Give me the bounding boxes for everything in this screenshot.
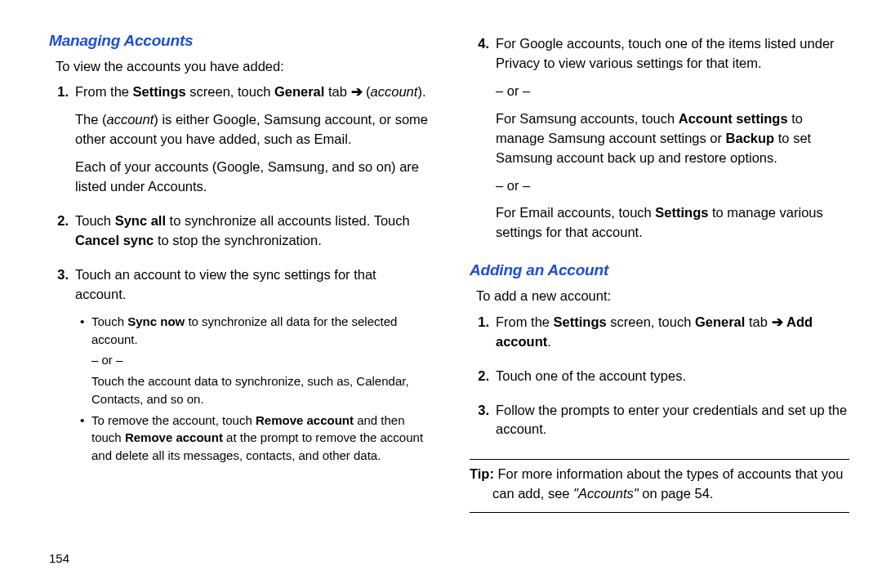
step-4-google: For Google accounts, touch one of the it…	[496, 34, 849, 74]
page-number: 154	[49, 551, 69, 565]
step-body: Touch Sync all to synchronize all accoun…	[75, 212, 429, 259]
tip-line-1: Tip: For more information about the type…	[470, 465, 849, 484]
left-column: Managing Accounts To view the accounts y…	[49, 29, 429, 513]
steps-adding: 1. From the Settings screen, touch Gener…	[470, 313, 849, 448]
step-number: 2.	[49, 212, 75, 259]
or-divider: – or –	[496, 176, 849, 196]
intro-text: To view the accounts you have added:	[56, 57, 429, 77]
step-body: Touch an account to view the sync settin…	[75, 265, 429, 465]
step-3-text: Touch an account to view the sync settin…	[75, 265, 429, 305]
step-3: 3. Touch an account to view the sync set…	[49, 265, 429, 465]
bullet-body: Touch Sync now to synchronize all data f…	[91, 313, 429, 408]
step-2-text: Touch Sync all to synchronize all accoun…	[75, 212, 429, 251]
manual-page: Managing Accounts To view the accounts y…	[0, 0, 882, 513]
add-step-2: 2. Touch one of the account types.	[470, 367, 849, 394]
step-number: 1.	[470, 313, 496, 360]
step-4-email: For Email accounts, touch Settings to ma…	[496, 203, 849, 243]
add-step-2-text: Touch one of the account types.	[496, 367, 849, 386]
step-2: 2. Touch Sync all to synchronize all acc…	[49, 212, 429, 259]
bullet-icon: •	[80, 412, 91, 465]
step-number: 2.	[470, 367, 496, 394]
bullet-sync-now: • Touch Sync now to synchronize all data…	[80, 313, 429, 408]
step-1-line-2: The (account) is either Google, Samsung …	[75, 110, 429, 149]
tip-box: Tip: For more information about the type…	[470, 459, 849, 513]
or-divider: – or –	[496, 82, 849, 101]
step-number: 3.	[470, 401, 496, 448]
step-number: 1.	[49, 82, 75, 205]
step-body: Follow the prompts to enter your credent…	[496, 401, 849, 448]
add-step-1: 1. From the Settings screen, touch Gener…	[470, 313, 849, 360]
step-1-line-1: From the Settings screen, touch General …	[75, 82, 429, 102]
step-body: Touch one of the account types.	[496, 367, 849, 394]
bullet-alt: Touch the account data to synchronize, s…	[91, 372, 429, 408]
step-body: From the Settings screen, touch General …	[75, 82, 429, 205]
bullet-body: To remove the account, touch Remove acco…	[91, 412, 429, 465]
arrow-icon: ➔	[351, 84, 363, 99]
step-1-line-3: Each of your accounts (Google, Samsung, …	[75, 158, 429, 197]
add-step-3-text: Follow the prompts to enter your credent…	[496, 401, 849, 440]
heading-managing-accounts: Managing Accounts	[49, 29, 429, 52]
step-body: From the Settings screen, touch General …	[496, 313, 849, 360]
sub-bullets: • Touch Sync now to synchronize all data…	[75, 313, 429, 465]
right-column: 4. For Google accounts, touch one of the…	[470, 29, 849, 513]
step-number: 3.	[49, 265, 75, 465]
step-4: 4. For Google accounts, touch one of the…	[470, 34, 849, 251]
steps-managing: 1. From the Settings screen, touch Gener…	[49, 82, 429, 464]
step-body: For Google accounts, touch one of the it…	[496, 34, 849, 251]
tip-line-2: can add, see "Accounts" on page 54.	[470, 484, 849, 504]
arrow-icon: ➔	[772, 314, 783, 329]
step-number: 4.	[470, 34, 496, 251]
intro-text: To add a new account:	[476, 287, 849, 306]
bullet-icon: •	[80, 313, 91, 408]
add-step-3: 3. Follow the prompts to enter your cred…	[470, 401, 849, 448]
step-4-samsung: For Samsung accounts, touch Account sett…	[496, 109, 849, 168]
heading-adding-account: Adding an Account	[470, 259, 849, 282]
or-divider: – or –	[91, 351, 429, 369]
bullet-remove-account: • To remove the account, touch Remove ac…	[80, 412, 429, 465]
add-step-1-text: From the Settings screen, touch General …	[496, 313, 849, 352]
step-1: 1. From the Settings screen, touch Gener…	[49, 82, 429, 205]
steps-managing-cont: 4. For Google accounts, touch one of the…	[470, 34, 849, 251]
